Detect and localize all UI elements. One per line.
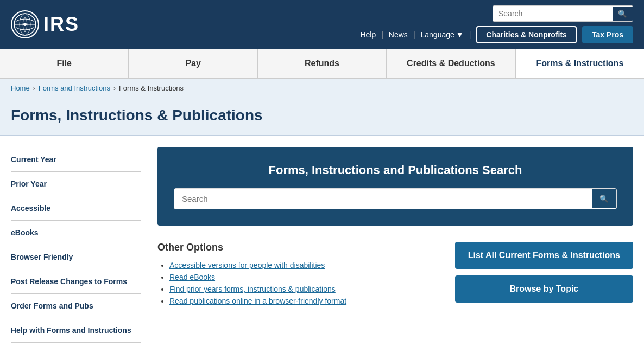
list-item: Find prior years forms, instructions & p… — [169, 285, 439, 293]
link-ebooks[interactable]: Read eBooks — [169, 273, 215, 281]
breadcrumb-sep-2: › — [113, 85, 116, 92]
nav-divider-2: | — [413, 30, 415, 39]
nav-pay[interactable]: Pay — [129, 49, 257, 78]
nav-divider-3: | — [469, 30, 471, 39]
sidebar-item-post-release[interactable]: Post Release Changes to Forms — [11, 269, 141, 294]
other-options-list: Accessible versions for people with disa… — [157, 261, 439, 305]
charities-nonprofits-button[interactable]: Charities & Nonprofits — [476, 26, 577, 43]
sidebar-item-accessible[interactable]: Accessible — [11, 196, 141, 221]
other-options-buttons: List All Current Forms & Instructions Br… — [455, 242, 633, 303]
svg-point-4 — [23, 23, 27, 26]
sidebar: Current Year Prior Year Accessible eBook… — [11, 147, 141, 343]
sidebar-item-browser-friendly[interactable]: Browser Friendly — [11, 245, 141, 269]
main-content: Forms, Instructions and Publications Sea… — [157, 147, 633, 343]
breadcrumb-forms-instructions[interactable]: Forms and Instructions — [39, 84, 110, 92]
nav-credits-deductions[interactable]: Credits & Deductions — [387, 49, 515, 78]
header-search[interactable]: 🔍 — [493, 5, 633, 22]
search-panel-title: Forms, Instructions and Publications Sea… — [174, 163, 617, 177]
sidebar-item-ebooks[interactable]: eBooks — [11, 221, 141, 245]
tax-pros-button[interactable]: Tax Pros — [582, 26, 633, 43]
sidebar-item-help-forms[interactable]: Help with Forms and Instructions — [11, 318, 141, 343]
list-item: Read publications online in a browser-fr… — [169, 297, 439, 305]
logo-area: IRS — [11, 10, 79, 38]
breadcrumb-home[interactable]: Home — [11, 84, 30, 92]
forms-search-input[interactable] — [174, 189, 592, 209]
link-accessible[interactable]: Accessible versions for people with disa… — [169, 261, 325, 269]
nav-language-selector[interactable]: Language ▼ — [421, 30, 464, 39]
sidebar-item-prior-year[interactable]: Prior Year — [11, 172, 141, 196]
forms-search-panel: Forms, Instructions and Publications Sea… — [157, 147, 633, 226]
header-search-input[interactable] — [493, 6, 613, 21]
link-prior-years[interactable]: Find prior years forms, instructions & p… — [169, 285, 336, 293]
content-area: Current Year Prior Year Accessible eBook… — [0, 136, 644, 353]
other-options-area: Other Options Accessible versions for pe… — [157, 242, 633, 305]
browse-by-topic-button[interactable]: Browse by Topic — [455, 275, 633, 303]
nav-language-label: Language — [421, 30, 454, 39]
nav-news-link[interactable]: News — [389, 30, 408, 39]
breadcrumb: Home › Forms and Instructions › Forms & … — [0, 79, 644, 98]
search-icon: 🔍 — [599, 195, 609, 203]
main-navigation: File Pay Refunds Credits & Deductions Fo… — [0, 49, 644, 79]
breadcrumb-sep-1: › — [33, 85, 35, 92]
nav-divider-1: | — [381, 30, 383, 39]
nav-forms-instructions[interactable]: Forms & Instructions — [516, 49, 644, 78]
nav-help-link[interactable]: Help — [360, 30, 376, 39]
forms-search-input-area[interactable]: 🔍 — [174, 188, 617, 209]
sidebar-item-current-year[interactable]: Current Year — [11, 147, 141, 172]
header-nav-links: Help | News | Language ▼ | Charities & N… — [360, 26, 633, 43]
page-title-bar: Forms, Instructions & Publications — [0, 98, 644, 136]
logo-emblem — [11, 10, 39, 38]
chevron-down-icon: ▼ — [456, 30, 464, 39]
forms-search-button[interactable]: 🔍 — [592, 189, 616, 208]
other-options-heading: Other Options — [157, 242, 439, 253]
list-item: Read eBooks — [169, 273, 439, 281]
page-title: Forms, Instructions & Publications — [11, 107, 633, 124]
nav-refunds[interactable]: Refunds — [258, 49, 387, 78]
header-search-button[interactable]: 🔍 — [613, 7, 633, 21]
site-header: IRS 🔍 Help | News | Language ▼ | Chariti… — [0, 0, 644, 49]
sidebar-item-order-forms[interactable]: Order Forms and Pubs — [11, 294, 141, 318]
nav-file[interactable]: File — [0, 49, 129, 78]
breadcrumb-current: Forms & Instructions — [119, 84, 184, 92]
logo-text: IRS — [43, 13, 79, 36]
other-options-links: Other Options Accessible versions for pe… — [157, 242, 439, 305]
search-icon: 🔍 — [618, 10, 627, 18]
link-browser-friendly[interactable]: Read publications online in a browser-fr… — [169, 297, 346, 305]
list-item: Accessible versions for people with disa… — [169, 261, 439, 269]
list-all-forms-button[interactable]: List All Current Forms & Instructions — [455, 242, 633, 269]
header-right: 🔍 Help | News | Language ▼ | Charities &… — [360, 5, 633, 43]
